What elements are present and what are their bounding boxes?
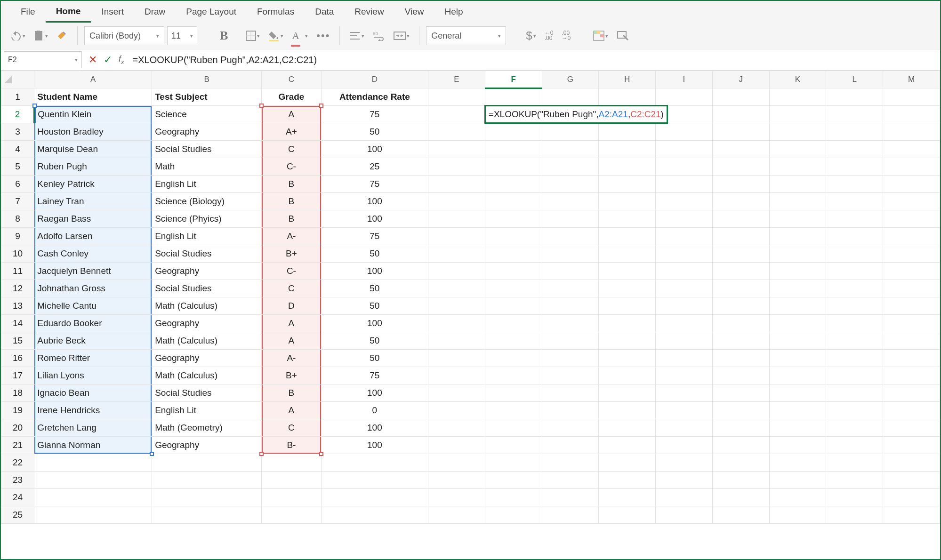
cell-D10[interactable]: 50 [321, 245, 428, 263]
cell-H3[interactable] [599, 123, 656, 141]
cell-A18[interactable]: Ignacio Bean [34, 384, 152, 402]
cell-I7[interactable] [656, 193, 713, 210]
cell-E8[interactable] [428, 210, 485, 228]
cell-F4[interactable] [485, 141, 542, 158]
cell-G19[interactable] [542, 402, 599, 419]
font-color-button[interactable]: A ▾ [289, 27, 311, 44]
cell-L14[interactable] [826, 315, 883, 332]
cell-D11[interactable]: 100 [321, 263, 428, 280]
cell-G23[interactable] [542, 472, 599, 489]
cell-B8[interactable]: Science (Phyics) [152, 210, 262, 228]
cell-J7[interactable] [712, 193, 769, 210]
cell-L4[interactable] [826, 141, 883, 158]
row-header-5[interactable]: 5 [1, 158, 34, 176]
cell-G4[interactable] [542, 141, 599, 158]
cell-J21[interactable] [712, 437, 769, 454]
number-format-dropdown[interactable]: General ▾ [426, 26, 506, 45]
cell-G22[interactable] [542, 454, 599, 472]
row-header-3[interactable]: 3 [1, 123, 34, 141]
cell-C21[interactable]: B- [262, 437, 321, 454]
cell-G5[interactable] [542, 158, 599, 176]
cell-B13[interactable]: Math (Calculus) [152, 297, 262, 315]
cell-F7[interactable] [485, 193, 542, 210]
select-all-corner[interactable] [1, 71, 34, 88]
cell-J25[interactable] [712, 506, 769, 524]
cell-G3[interactable] [542, 123, 599, 141]
cell-F5[interactable] [485, 158, 542, 176]
cell-D19[interactable]: 0 [321, 402, 428, 419]
cell-C18[interactable]: B [262, 384, 321, 402]
cell-G12[interactable] [542, 280, 599, 297]
cell-B9[interactable]: English Lit [152, 228, 262, 245]
cell-J10[interactable] [712, 245, 769, 263]
cell-K24[interactable] [769, 489, 826, 506]
cell-E3[interactable] [428, 123, 485, 141]
cell-E17[interactable] [428, 367, 485, 384]
cell-K13[interactable] [769, 297, 826, 315]
cell-F6[interactable] [485, 176, 542, 193]
cell-C19[interactable]: A [262, 402, 321, 419]
cell-M16[interactable] [883, 350, 940, 367]
fx-icon[interactable]: fx [119, 54, 124, 65]
cell-J20[interactable] [712, 419, 769, 437]
cell-J19[interactable] [712, 402, 769, 419]
font-name-dropdown[interactable]: Calibri (Body) ▾ [84, 26, 164, 45]
row-header-9[interactable]: 9 [1, 228, 34, 245]
cell-B5[interactable]: Math [152, 158, 262, 176]
cell-H20[interactable] [599, 419, 656, 437]
cell-K3[interactable] [769, 123, 826, 141]
cell-K1[interactable] [769, 88, 826, 106]
cell-A6[interactable]: Kenley Patrick [34, 176, 152, 193]
cell-I6[interactable] [656, 176, 713, 193]
column-header-C[interactable]: C [262, 71, 321, 88]
row-header-22[interactable]: 22 [1, 454, 34, 472]
cell-H16[interactable] [599, 350, 656, 367]
cell-G25[interactable] [542, 506, 599, 524]
cell-B15[interactable]: Math (Calculus) [152, 332, 262, 350]
cell-E10[interactable] [428, 245, 485, 263]
cell-L18[interactable] [826, 384, 883, 402]
column-header-A[interactable]: A [34, 71, 152, 88]
cell-M11[interactable] [883, 263, 940, 280]
cell-J18[interactable] [712, 384, 769, 402]
cell-M18[interactable] [883, 384, 940, 402]
cell-L13[interactable] [826, 297, 883, 315]
cell-H15[interactable] [599, 332, 656, 350]
column-header-F[interactable]: F [485, 71, 542, 88]
range-handle[interactable] [259, 104, 264, 108]
column-header-K[interactable]: K [769, 71, 826, 88]
cell-I9[interactable] [656, 228, 713, 245]
cell-L22[interactable] [826, 454, 883, 472]
cell-E16[interactable] [428, 350, 485, 367]
cell-E14[interactable] [428, 315, 485, 332]
cell-G18[interactable] [542, 384, 599, 402]
cell-K23[interactable] [769, 472, 826, 489]
row-header-19[interactable]: 19 [1, 402, 34, 419]
cell-E22[interactable] [428, 454, 485, 472]
format-painter-button[interactable] [54, 27, 71, 44]
cell-D14[interactable]: 100 [321, 315, 428, 332]
cell-E4[interactable] [428, 141, 485, 158]
cell-L19[interactable] [826, 402, 883, 419]
ribbon-tab-draw[interactable]: Draw [134, 2, 176, 22]
ribbon-tab-insert[interactable]: Insert [91, 2, 134, 22]
row-header-21[interactable]: 21 [1, 437, 34, 454]
cell-E5[interactable] [428, 158, 485, 176]
cell-I19[interactable] [656, 402, 713, 419]
cell-B17[interactable]: Math (Calculus) [152, 367, 262, 384]
cell-M4[interactable] [883, 141, 940, 158]
cell-L2[interactable] [826, 106, 883, 123]
cell-I1[interactable] [656, 88, 713, 106]
cell-H12[interactable] [599, 280, 656, 297]
cell-D15[interactable]: 50 [321, 332, 428, 350]
cell-H10[interactable] [599, 245, 656, 263]
cell-G21[interactable] [542, 437, 599, 454]
cell-E2[interactable] [428, 106, 485, 123]
cell-B22[interactable] [152, 454, 262, 472]
cell-C25[interactable] [262, 506, 321, 524]
cell-M22[interactable] [883, 454, 940, 472]
cell-B4[interactable]: Social Studies [152, 141, 262, 158]
cell-E19[interactable] [428, 402, 485, 419]
column-header-B[interactable]: B [152, 71, 262, 88]
cell-L20[interactable] [826, 419, 883, 437]
